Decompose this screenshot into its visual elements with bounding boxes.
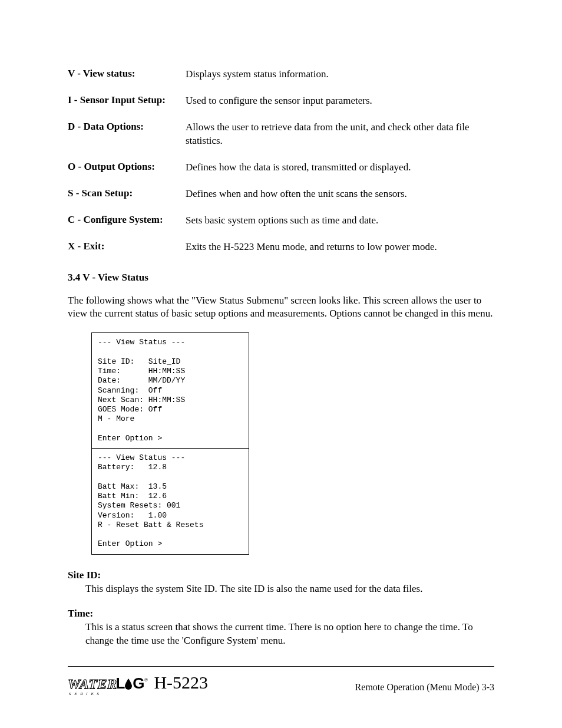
footer-right: Remote Operation (Menu Mode) 3-3 <box>355 682 494 693</box>
menu-item-desc: Used to configure the sensor input param… <box>186 94 494 108</box>
status-box-2: --- View Status --- Battery: 12.8 Batt M… <box>91 449 249 555</box>
menu-item-label: C - Configure System: <box>68 214 186 228</box>
logo-water-text: WATER <box>68 676 117 692</box>
footer-left: WATER LG ® S E R I E S H-5223 <box>68 673 208 693</box>
menu-item-label: I - Sensor Input Setup: <box>68 94 186 108</box>
menu-item-desc: Defines when and how often the unit scan… <box>186 187 494 201</box>
menu-item-label: X - Exit: <box>68 241 186 254</box>
menu-item-label: S - Scan Setup: <box>68 187 186 201</box>
logo-log-text: LG <box>115 674 144 693</box>
section-intro: The following shows what the "View Statu… <box>68 294 494 321</box>
status-box-1: --- View Status --- Site ID: Site_ID Tim… <box>91 332 249 449</box>
field-desc: This is a status screen that shows the c… <box>85 621 494 648</box>
status-display: --- View Status --- Site ID: Site_ID Tim… <box>91 332 249 554</box>
field-desc: This displays the system Site ID. The si… <box>85 582 494 596</box>
menu-item-label: O - Output Options: <box>68 161 186 174</box>
model-number: H-5223 <box>154 673 208 693</box>
menu-item-label: V - View status: <box>68 68 186 81</box>
page-footer: WATER LG ® S E R I E S H-5223 Remote Ope… <box>68 666 494 693</box>
registered-mark: ® <box>144 677 148 683</box>
field-label: Time: <box>68 608 494 620</box>
waterlog-logo: WATER LG ® S E R I E S <box>68 674 148 693</box>
water-drop-icon <box>124 678 133 690</box>
menu-item-desc: Exits the H-5223 Menu mode, and returns … <box>186 241 494 254</box>
section-heading: 3.4 V - View Status <box>68 272 494 284</box>
menu-item-desc: Defines how the data is stored, transmit… <box>186 161 494 174</box>
menu-item-desc: Displays system status information. <box>186 68 494 81</box>
menu-options-table: V - View status: Displays system status … <box>68 68 494 254</box>
menu-item-desc: Sets basic system options such as time a… <box>186 214 494 228</box>
logo-series-text: S E R I E S <box>69 691 100 696</box>
menu-item-label: D - Data Options: <box>68 121 186 148</box>
field-label: Site ID: <box>68 569 494 581</box>
menu-item-desc: Allows the user to retrieve data from th… <box>186 121 494 148</box>
